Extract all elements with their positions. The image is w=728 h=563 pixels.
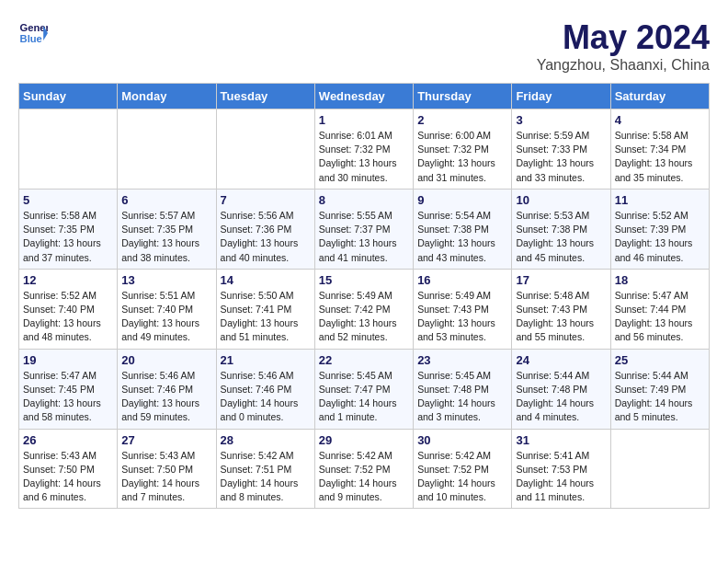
day-info: Sunrise: 5:45 AM Sunset: 7:47 PM Dayligh… <box>319 369 409 425</box>
calendar-table: SundayMondayTuesdayWednesdayThursdayFrid… <box>18 83 710 509</box>
calendar-cell: 12Sunrise: 5:52 AM Sunset: 7:40 PM Dayli… <box>19 269 118 349</box>
day-number: 26 <box>23 433 113 447</box>
calendar-week-row: 12Sunrise: 5:52 AM Sunset: 7:40 PM Dayli… <box>19 269 710 349</box>
calendar-cell: 17Sunrise: 5:48 AM Sunset: 7:43 PM Dayli… <box>512 269 610 349</box>
day-number: 30 <box>417 433 507 447</box>
calendar-cell: 19Sunrise: 5:47 AM Sunset: 7:45 PM Dayli… <box>19 349 118 429</box>
day-number: 22 <box>319 353 409 367</box>
calendar-week-row: 26Sunrise: 5:43 AM Sunset: 7:50 PM Dayli… <box>19 429 710 509</box>
day-info: Sunrise: 5:55 AM Sunset: 7:37 PM Dayligh… <box>319 209 409 265</box>
day-info: Sunrise: 5:44 AM Sunset: 7:48 PM Dayligh… <box>516 369 606 425</box>
day-info: Sunrise: 5:58 AM Sunset: 7:35 PM Dayligh… <box>23 209 113 265</box>
calendar-cell: 18Sunrise: 5:47 AM Sunset: 7:44 PM Dayli… <box>610 269 709 349</box>
calendar-cell: 6Sunrise: 5:57 AM Sunset: 7:35 PM Daylig… <box>118 189 216 269</box>
day-number: 3 <box>516 113 606 127</box>
calendar-cell: 7Sunrise: 5:56 AM Sunset: 7:36 PM Daylig… <box>216 189 314 269</box>
day-info: Sunrise: 6:00 AM Sunset: 7:32 PM Dayligh… <box>417 129 507 185</box>
day-info: Sunrise: 5:59 AM Sunset: 7:33 PM Dayligh… <box>516 129 606 185</box>
day-info: Sunrise: 5:42 AM Sunset: 7:52 PM Dayligh… <box>319 449 409 505</box>
title-block: May 2024 Yangzhou, Shaanxi, China <box>537 18 710 74</box>
day-number: 9 <box>417 193 507 207</box>
day-info: Sunrise: 5:54 AM Sunset: 7:38 PM Dayligh… <box>417 209 507 265</box>
calendar-cell <box>216 109 314 190</box>
calendar-cell: 26Sunrise: 5:43 AM Sunset: 7:50 PM Dayli… <box>19 429 118 509</box>
day-number: 7 <box>221 193 311 207</box>
day-info: Sunrise: 5:42 AM Sunset: 7:51 PM Dayligh… <box>221 449 311 505</box>
calendar-header-row: SundayMondayTuesdayWednesdayThursdayFrid… <box>19 84 710 109</box>
day-info: Sunrise: 5:58 AM Sunset: 7:34 PM Dayligh… <box>615 129 705 185</box>
calendar-cell: 11Sunrise: 5:52 AM Sunset: 7:39 PM Dayli… <box>610 189 709 269</box>
day-info: Sunrise: 5:53 AM Sunset: 7:38 PM Dayligh… <box>516 209 606 265</box>
day-number: 11 <box>615 193 705 207</box>
day-number: 2 <box>417 113 507 127</box>
calendar-cell: 31Sunrise: 5:41 AM Sunset: 7:53 PM Dayli… <box>512 429 610 509</box>
calendar-cell: 22Sunrise: 5:45 AM Sunset: 7:47 PM Dayli… <box>314 349 413 429</box>
calendar-week-row: 1Sunrise: 6:01 AM Sunset: 7:32 PM Daylig… <box>19 109 710 190</box>
day-number: 27 <box>121 433 211 447</box>
weekday-header: Wednesday <box>314 84 413 109</box>
day-number: 23 <box>417 353 507 367</box>
day-info: Sunrise: 5:50 AM Sunset: 7:41 PM Dayligh… <box>221 289 311 345</box>
day-number: 1 <box>319 113 409 127</box>
calendar-week-row: 5Sunrise: 5:58 AM Sunset: 7:35 PM Daylig… <box>19 189 710 269</box>
calendar-cell: 20Sunrise: 5:46 AM Sunset: 7:46 PM Dayli… <box>118 349 216 429</box>
calendar-cell: 25Sunrise: 5:44 AM Sunset: 7:49 PM Dayli… <box>610 349 709 429</box>
calendar-cell <box>610 429 709 509</box>
day-info: Sunrise: 5:48 AM Sunset: 7:43 PM Dayligh… <box>516 289 606 345</box>
day-info: Sunrise: 5:52 AM Sunset: 7:40 PM Dayligh… <box>23 289 113 345</box>
calendar-cell: 3Sunrise: 5:59 AM Sunset: 7:33 PM Daylig… <box>512 109 610 190</box>
day-number: 18 <box>615 273 705 287</box>
calendar-cell <box>118 109 216 190</box>
calendar-cell: 5Sunrise: 5:58 AM Sunset: 7:35 PM Daylig… <box>19 189 118 269</box>
day-number: 6 <box>121 193 211 207</box>
day-info: Sunrise: 6:01 AM Sunset: 7:32 PM Dayligh… <box>319 129 409 185</box>
day-number: 29 <box>319 433 409 447</box>
calendar-cell: 24Sunrise: 5:44 AM Sunset: 7:48 PM Dayli… <box>512 349 610 429</box>
day-number: 19 <box>23 353 113 367</box>
calendar-subtitle: Yangzhou, Shaanxi, China <box>537 57 710 74</box>
calendar-cell: 16Sunrise: 5:49 AM Sunset: 7:43 PM Dayli… <box>414 269 512 349</box>
calendar-cell: 14Sunrise: 5:50 AM Sunset: 7:41 PM Dayli… <box>216 269 314 349</box>
calendar-cell: 23Sunrise: 5:45 AM Sunset: 7:48 PM Dayli… <box>414 349 512 429</box>
weekday-header: Thursday <box>414 84 512 109</box>
weekday-header: Friday <box>512 84 610 109</box>
calendar-cell: 2Sunrise: 6:00 AM Sunset: 7:32 PM Daylig… <box>414 109 512 190</box>
calendar-cell: 27Sunrise: 5:43 AM Sunset: 7:50 PM Dayli… <box>118 429 216 509</box>
day-info: Sunrise: 5:56 AM Sunset: 7:36 PM Dayligh… <box>221 209 311 265</box>
calendar-cell: 15Sunrise: 5:49 AM Sunset: 7:42 PM Dayli… <box>314 269 413 349</box>
day-info: Sunrise: 5:52 AM Sunset: 7:39 PM Dayligh… <box>615 209 705 265</box>
calendar-cell: 13Sunrise: 5:51 AM Sunset: 7:40 PM Dayli… <box>118 269 216 349</box>
calendar-title: May 2024 <box>537 18 710 57</box>
day-number: 13 <box>121 273 211 287</box>
day-info: Sunrise: 5:46 AM Sunset: 7:46 PM Dayligh… <box>121 369 211 425</box>
day-number: 28 <box>221 433 311 447</box>
day-number: 15 <box>319 273 409 287</box>
svg-text:Blue: Blue <box>20 33 42 44</box>
day-number: 25 <box>615 353 705 367</box>
page-header: General Blue May 2024 Yangzhou, Shaanxi,… <box>18 18 710 74</box>
calendar-cell <box>19 109 118 190</box>
day-number: 14 <box>221 273 311 287</box>
calendar-week-row: 19Sunrise: 5:47 AM Sunset: 7:45 PM Dayli… <box>19 349 710 429</box>
day-number: 4 <box>615 113 705 127</box>
calendar-cell: 1Sunrise: 6:01 AM Sunset: 7:32 PM Daylig… <box>314 109 413 190</box>
calendar-cell: 29Sunrise: 5:42 AM Sunset: 7:52 PM Dayli… <box>314 429 413 509</box>
day-info: Sunrise: 5:41 AM Sunset: 7:53 PM Dayligh… <box>516 449 606 505</box>
day-info: Sunrise: 5:49 AM Sunset: 7:43 PM Dayligh… <box>417 289 507 345</box>
calendar-cell: 9Sunrise: 5:54 AM Sunset: 7:38 PM Daylig… <box>414 189 512 269</box>
day-number: 10 <box>516 193 606 207</box>
day-info: Sunrise: 5:43 AM Sunset: 7:50 PM Dayligh… <box>121 449 211 505</box>
day-info: Sunrise: 5:43 AM Sunset: 7:50 PM Dayligh… <box>23 449 113 505</box>
day-info: Sunrise: 5:44 AM Sunset: 7:49 PM Dayligh… <box>615 369 705 425</box>
weekday-header: Saturday <box>610 84 709 109</box>
calendar-cell: 8Sunrise: 5:55 AM Sunset: 7:37 PM Daylig… <box>314 189 413 269</box>
day-info: Sunrise: 5:46 AM Sunset: 7:46 PM Dayligh… <box>221 369 311 425</box>
day-number: 17 <box>516 273 606 287</box>
calendar-cell: 30Sunrise: 5:42 AM Sunset: 7:52 PM Dayli… <box>414 429 512 509</box>
day-number: 8 <box>319 193 409 207</box>
logo: General Blue <box>18 18 48 48</box>
day-info: Sunrise: 5:45 AM Sunset: 7:48 PM Dayligh… <box>417 369 507 425</box>
day-info: Sunrise: 5:57 AM Sunset: 7:35 PM Dayligh… <box>121 209 211 265</box>
weekday-header: Monday <box>118 84 216 109</box>
day-number: 31 <box>516 433 606 447</box>
